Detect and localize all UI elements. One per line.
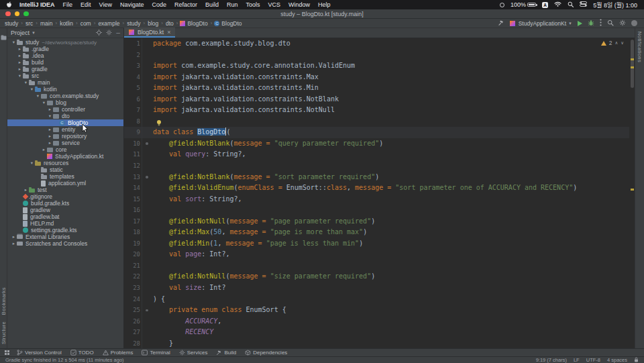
tree-chevron-icon[interactable]: ▸ (41, 147, 47, 152)
tree-item-study[interactable]: ▾study~/dev/workspace/study (7, 39, 123, 46)
tree-item-external-libraries[interactable]: ▸External Libraries (7, 234, 123, 240)
tree-item-core[interactable]: ▸core (7, 146, 123, 153)
menu-item-tools[interactable]: Tools (242, 1, 264, 8)
line-number[interactable]: 15 (124, 194, 142, 205)
line-number[interactable]: 17 (124, 216, 142, 227)
tree-chevron-icon[interactable]: ▾ (47, 113, 53, 119)
build-hammer-icon[interactable] (498, 19, 504, 28)
notifications-toolwindow-button[interactable]: Notifications (637, 32, 643, 62)
focus-mode-icon[interactable] (500, 3, 504, 7)
tree-chevron-icon[interactable]: ▸ (11, 241, 17, 246)
menu-item-view[interactable]: View (95, 1, 116, 8)
tree-chevron-icon[interactable]: ▾ (29, 87, 35, 92)
breadcrumb-item-src[interactable]: src (25, 20, 34, 27)
line-number[interactable]: 11 (124, 149, 142, 160)
tree-chevron-icon[interactable]: ▾ (17, 73, 23, 79)
code-line-26[interactable]: 26 ACCURACY, (124, 316, 629, 327)
line-number[interactable]: 20 (124, 249, 142, 260)
code-line-27[interactable]: 27 RECENCY (124, 327, 629, 338)
prev-problem-icon[interactable]: ∧ (614, 40, 618, 46)
project-panel-title[interactable]: Project (11, 30, 30, 36)
tree-chevron-icon[interactable]: ▸ (17, 53, 23, 58)
tree-item-gradlew[interactable]: gradlew (7, 207, 123, 213)
line-number[interactable]: 2 (124, 50, 142, 61)
structure-toolwindow-button[interactable]: Structure (1, 321, 7, 344)
tree-item-gradlew-bat[interactable]: gradlew.bat (7, 213, 123, 220)
minimize-window-button[interactable] (15, 11, 20, 17)
code-line-21[interactable]: 21 (124, 260, 629, 272)
code-line-28[interactable]: 28 } (124, 338, 629, 348)
line-number[interactable]: 8 (124, 116, 142, 127)
tree-item-studyapplication-kt[interactable]: StudyApplication.kt (7, 153, 123, 160)
code-line-16[interactable]: 16 (124, 205, 629, 216)
code-line-18[interactable]: 18 @field:Max(50, message = "page is mor… (124, 227, 629, 238)
line-number[interactable]: 9 (124, 127, 142, 138)
line-number[interactable]: 14 (124, 183, 142, 194)
user-avatar[interactable] (631, 20, 637, 26)
line-number[interactable]: 13 (124, 172, 142, 183)
line-number[interactable]: 4 (124, 72, 142, 83)
tree-chevron-icon[interactable]: ▸ (17, 66, 23, 72)
code-line-3[interactable]: 3import com.example.study.core.annotatio… (124, 60, 629, 72)
menu-item-code[interactable]: Code (148, 1, 170, 8)
run-button[interactable] (578, 21, 582, 26)
line-separator[interactable]: LF (574, 357, 580, 363)
code-line-20[interactable]: 20 val page: Int?, (124, 249, 629, 260)
editor-tab-blogdto[interactable]: BlogDto.kt × (124, 28, 175, 38)
toolwindow-build[interactable]: Build (216, 350, 236, 356)
tree-chevron-icon[interactable]: ▸ (47, 134, 53, 139)
readonly-lock-icon[interactable] (634, 357, 639, 363)
tree-chevron-icon[interactable]: ▾ (23, 80, 29, 85)
breadcrumb-item-dto[interactable]: dto (165, 20, 174, 27)
spotlight-search-icon[interactable] (568, 1, 574, 9)
tree-item-controller[interactable]: ▸controller (7, 106, 123, 113)
toolwindow-services[interactable]: Services (179, 350, 208, 356)
tree-item-repository[interactable]: ▸repository (7, 133, 123, 140)
line-number[interactable]: 21 (124, 260, 142, 272)
code-line-12[interactable]: 12 (124, 160, 629, 172)
tree-item-build[interactable]: ▸build (7, 59, 123, 66)
toolwindow-version-control[interactable]: Version Control (17, 350, 62, 356)
breadcrumb-item-blogdto[interactable]: BlogDto (221, 20, 242, 27)
line-number[interactable]: 27 (124, 327, 142, 338)
code-line-13[interactable]: 13 @field:NotBlank(message = "sort param… (124, 172, 629, 183)
code-line-1[interactable]: 1package com.example.study.blog.dto (124, 38, 629, 50)
code-line-11[interactable]: 11 val query: String?, (124, 149, 629, 160)
fold-marker-icon[interactable] (142, 305, 153, 316)
tree-chevron-icon[interactable]: ▾ (41, 100, 47, 105)
breadcrumb-item-study[interactable]: study (4, 20, 19, 27)
menu-item-navigate[interactable]: Navigate (116, 1, 148, 8)
editor-scrollbar[interactable] (631, 40, 634, 88)
menubar-clock[interactable]: 5월 8일 (월) 1:00 (593, 1, 637, 9)
project-toolwindow-button[interactable] (1, 31, 7, 43)
code-line-17[interactable]: 17 @field:NotNull(message = "page parame… (124, 216, 629, 227)
control-center-icon[interactable] (580, 1, 587, 8)
line-number[interactable]: 16 (124, 205, 142, 216)
toolwindow-switcher-icon[interactable] (4, 350, 10, 356)
tree-chevron-icon[interactable]: ▾ (29, 160, 35, 166)
code-line-2[interactable]: 2 (124, 50, 629, 61)
breadcrumb-item-study[interactable]: study (126, 20, 141, 27)
breadcrumb-item-blog[interactable]: blog (147, 20, 159, 27)
tree-item-src[interactable]: ▾src (7, 72, 123, 79)
tree-item-settings-gradle-kts[interactable]: settings.gradle.kts (7, 227, 123, 234)
breadcrumb-item-kotlin[interactable]: kotlin (59, 20, 74, 27)
search-everywhere-icon[interactable] (607, 19, 614, 28)
tree-item-service[interactable]: ▸service (7, 140, 123, 146)
tree-item-dto[interactable]: ▾dto (7, 113, 123, 119)
tree-item-application-yml[interactable]: application.yml (7, 180, 123, 187)
wifi-icon[interactable] (554, 1, 561, 8)
indent-style[interactable]: 4 spaces (607, 357, 627, 363)
code-line-22[interactable]: 22 @field:NotNull(message = "size parame… (124, 271, 629, 282)
apple-menu-icon[interactable] (3, 1, 15, 9)
menu-item-vcs[interactable]: VCS (264, 1, 285, 8)
warning-stripe-mark[interactable] (631, 189, 634, 191)
line-number[interactable]: 19 (124, 238, 142, 250)
tree-item-test[interactable]: ▸test (7, 187, 123, 193)
tree-item-kotlin[interactable]: ▾kotlin (7, 86, 123, 93)
code-line-10[interactable]: 10 @field:NotBlank(message = "query para… (124, 138, 629, 150)
panel-options-gear-icon[interactable] (106, 30, 112, 37)
line-number[interactable]: 24 (124, 294, 142, 305)
tree-item-idea[interactable]: ▸.idea (7, 52, 123, 59)
code-line-25[interactable]: 25 private enum class EnumSort { (124, 305, 629, 316)
